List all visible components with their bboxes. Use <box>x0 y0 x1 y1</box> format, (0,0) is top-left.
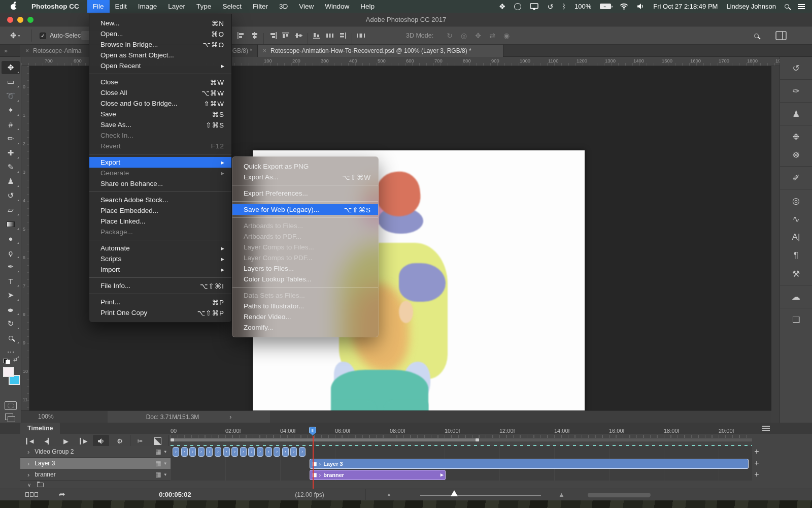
collapse-panels-icon[interactable]: » <box>4 47 8 54</box>
frame-clip[interactable]: › <box>274 447 280 457</box>
eraser-tool-icon[interactable]: ▱ <box>2 203 20 216</box>
menu-item-save-for-web-legacy[interactable]: Save for Web (Legacy)...⌥⇧⌘S <box>232 204 378 215</box>
track-filter-dropdown-icon[interactable]: ▾ <box>164 461 166 466</box>
wifi-icon[interactable] <box>620 3 628 10</box>
tab-close-icon[interactable]: × <box>263 47 266 54</box>
options-search-icon[interactable] <box>754 26 759 45</box>
hand-tool-icon[interactable]: ↻ <box>2 317 20 330</box>
app-menu[interactable]: Photoshop CC <box>26 3 84 10</box>
track-filter-dropdown-icon[interactable]: ▾ <box>164 449 166 454</box>
menubar-item-filter[interactable]: Filter <box>247 0 274 13</box>
timeline-tab[interactable]: Timeline <box>20 423 60 434</box>
navigator-panel-icon[interactable]: ☸ <box>780 146 812 164</box>
go-to-first-frame-button[interactable]: ▎◀ <box>22 436 37 446</box>
clip-expand-icon[interactable]: › <box>319 472 321 478</box>
menu-item-close-all[interactable]: Close All⌥⌘W <box>89 87 231 98</box>
zoom-out-timeline-icon[interactable]: ▲ <box>387 492 391 497</box>
share-frames-icon[interactable]: ➦ <box>59 490 65 499</box>
menu-item-paths-to-illustrator[interactable]: Paths to Illustrator... <box>232 301 378 311</box>
layer-bar-layer-3[interactable]: ▦›Layer 3 <box>310 459 749 469</box>
frame-clip[interactable]: › <box>215 447 221 457</box>
frame-clip[interactable]: › <box>257 447 263 457</box>
menu-item-browse-in-bridge[interactable]: Browse in Bridge...⌥⌘O <box>89 39 231 50</box>
status-chevron-icon[interactable]: › <box>229 414 231 421</box>
paths-panel-icon[interactable]: ∿ <box>780 210 812 228</box>
menu-item-zoomify[interactable]: Zoomify... <box>232 322 378 333</box>
swatches-panel-icon[interactable]: ❉ <box>780 128 812 146</box>
frame-clip[interactable]: › <box>299 447 306 457</box>
history-panel-icon[interactable]: ↺ <box>780 59 812 77</box>
document-info[interactable]: Doc: 3.71M/151.3M › <box>108 411 270 423</box>
foreground-color-swatch[interactable] <box>3 367 14 377</box>
time-machine-icon[interactable]: ↺ <box>547 3 553 11</box>
frame-clip[interactable]: › <box>189 447 196 457</box>
current-tool-icon[interactable]: ✥▾ <box>10 26 20 45</box>
notification-center-icon[interactable] <box>798 4 805 9</box>
menu-item-open-as-smart-object[interactable]: Open as Smart Object... <box>89 50 231 60</box>
default-colors-icon[interactable] <box>6 360 10 364</box>
playhead-marker[interactable] <box>309 427 316 435</box>
3d-roll-icon[interactable]: ◎ <box>457 31 471 40</box>
timeline-panel-menu-icon[interactable] <box>762 426 770 431</box>
track-label-branner[interactable]: ›branner▦▾ <box>20 469 171 481</box>
menubar-clock[interactable]: Fri Oct 27 2:18:49 PM <box>653 3 718 10</box>
zoom-level-field[interactable]: 100% <box>38 413 54 420</box>
frame-clip[interactable]: › <box>265 447 272 457</box>
3d-slide-icon[interactable]: ⇄ <box>485 31 499 40</box>
lasso-tool-icon[interactable]: ➰ <box>2 89 20 103</box>
align-top-edges-icon[interactable] <box>279 29 292 42</box>
add-media-button[interactable]: + <box>753 470 761 479</box>
track-filter-dropdown-icon[interactable]: ▾ <box>164 472 166 477</box>
menu-item-print[interactable]: Print...⌘P <box>89 297 231 307</box>
clip-expand-icon[interactable]: › <box>319 461 321 467</box>
align-vertical-centers-icon[interactable] <box>292 29 306 42</box>
menubar-user[interactable]: Lindsey Johnson <box>726 3 776 10</box>
play-button[interactable]: ▶ <box>59 436 73 446</box>
distribute-horizontally-icon[interactable] <box>323 29 336 42</box>
brush-presets-panel-icon[interactable]: ✑ <box>780 82 812 100</box>
track-expand-icon[interactable]: › <box>27 471 29 479</box>
menu-item-new[interactable]: New...⌘N <box>89 18 231 28</box>
next-frame-button[interactable]: ▎▶ <box>76 436 90 446</box>
tool-presets-panel-icon[interactable]: ⚒ <box>780 265 812 283</box>
menu-item-color-lookup-tables[interactable]: Color Lookup Tables... <box>232 274 378 284</box>
channels-panel-icon[interactable]: ◎ <box>780 192 812 210</box>
menubar-item-view[interactable]: View <box>293 0 319 13</box>
menubar-item-3d[interactable]: 3D <box>274 0 293 13</box>
track-expand-icon[interactable]: › <box>27 448 29 456</box>
menu-item-share-on-behance[interactable]: Share on Behance... <box>89 178 231 189</box>
menu-item-export[interactable]: Export▶ <box>89 157 231 168</box>
auto-select-checkbox[interactable]: ✓ Auto-Select: <box>40 26 84 45</box>
zoom-in-timeline-icon[interactable]: ▲ <box>558 491 565 498</box>
menu-item-search-adobe-stock[interactable]: Search Adobe Stock... <box>89 195 231 205</box>
type-tool-icon[interactable]: T <box>2 274 20 288</box>
track-label-video-group-2[interactable]: ›Video Group 2▦▾ <box>20 446 171 458</box>
previous-frame-button[interactable]: ◀▎ <box>41 436 55 446</box>
quick-selection-tool-icon[interactable]: ✦ <box>2 104 20 117</box>
timeline-scrollbar[interactable] <box>588 493 651 497</box>
timeline-zoom-slider[interactable] <box>420 495 541 496</box>
menu-item-close[interactable]: Close⌘W <box>89 77 231 87</box>
spot-healing-brush-tool-icon[interactable]: ✚ <box>2 146 20 160</box>
frame-clip[interactable]: › <box>181 447 188 457</box>
align-left-edges-icon[interactable] <box>235 29 248 42</box>
align-bottom-edges-icon[interactable] <box>310 29 323 42</box>
menu-item-automate[interactable]: Automate▶ <box>89 243 231 253</box>
ellipse-tool-icon[interactable]: ● <box>2 303 20 316</box>
path-selection-tool-icon[interactable]: ➤ <box>2 289 20 302</box>
track-label-layer-3[interactable]: ›Layer 3▦▾ <box>20 458 171 469</box>
dropbox-icon[interactable]: ❖ <box>499 2 505 11</box>
menubar-item-window[interactable]: Window <box>319 0 355 13</box>
brush-tool-icon[interactable]: ✎ <box>2 161 20 174</box>
timeline-settings-gear-icon[interactable]: ⚙ <box>113 436 127 446</box>
screen-mode-button[interactable] <box>5 414 13 420</box>
menu-item-scripts[interactable]: Scripts▶ <box>89 253 231 264</box>
crop-tool-icon[interactable]: # <box>2 118 20 131</box>
menu-item-print-one-copy[interactable]: Print One Copy⌥⇧⌘P <box>89 307 231 318</box>
eyedropper-tool-icon[interactable]: ✏ <box>2 132 20 145</box>
3d-pan-icon[interactable]: ✥ <box>471 31 485 40</box>
pen-tool-icon[interactable]: ✒ <box>2 260 20 273</box>
clone-source-panel-icon[interactable]: ♟ <box>780 105 812 123</box>
gradient-tool-icon[interactable] <box>2 217 20 231</box>
menu-item-file-info[interactable]: File Info...⌥⇧⌘I <box>89 280 231 291</box>
